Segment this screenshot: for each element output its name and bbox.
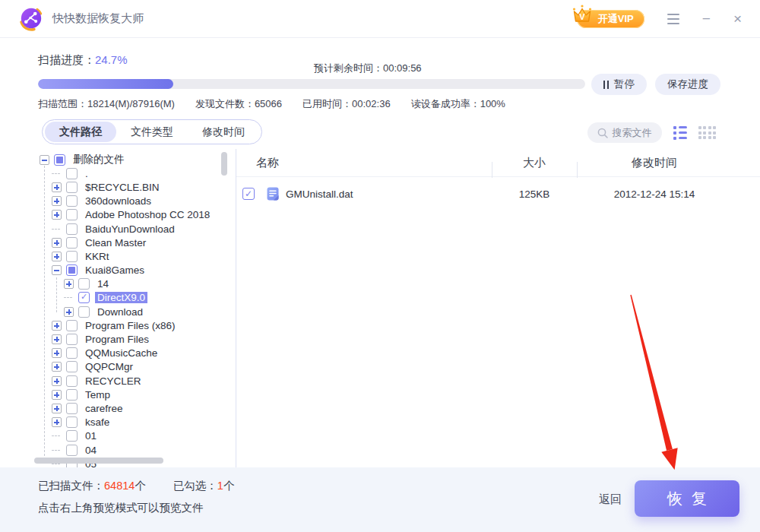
- tree-item[interactable]: KKRt: [0, 249, 228, 263]
- tree-item-label[interactable]: DirectX9.0: [95, 292, 147, 303]
- tree-horizontal-scrollbar[interactable]: [34, 458, 163, 464]
- tree-checkbox[interactable]: [78, 306, 90, 318]
- expand-icon[interactable]: [52, 362, 62, 372]
- back-button[interactable]: 返回: [599, 492, 622, 507]
- tree-item-label[interactable]: 删除的文件: [71, 153, 127, 166]
- tree-item-label[interactable]: 01: [83, 430, 99, 442]
- collapse-icon[interactable]: [52, 265, 62, 275]
- tree-checkbox[interactable]: [66, 223, 78, 235]
- grid-view-toggle[interactable]: [698, 126, 717, 139]
- tree-item[interactable]: 14: [0, 277, 228, 291]
- tree-item-label[interactable]: Program Files: [83, 334, 151, 345]
- tree-checkbox[interactable]: [66, 347, 78, 359]
- tree-item-label[interactable]: QQPCMgr: [83, 361, 135, 372]
- tree-item-label[interactable]: RECYCLER: [83, 375, 144, 387]
- close-button[interactable]: ×: [733, 11, 742, 26]
- column-header-name[interactable]: 名称: [236, 156, 492, 170]
- tree-item-label[interactable]: ksafe: [83, 416, 112, 428]
- tree-checkbox[interactable]: [66, 182, 78, 193]
- tree-item-label[interactable]: QQMusicCache: [83, 347, 160, 359]
- list-view-toggle[interactable]: [673, 126, 687, 140]
- tree-item[interactable]: carefree: [0, 401, 228, 415]
- column-header-size[interactable]: 大小: [492, 156, 577, 170]
- tree-checkbox[interactable]: [66, 445, 78, 456]
- tree-item[interactable]: BaiduYunDownload: [0, 222, 228, 236]
- expand-icon[interactable]: [52, 334, 62, 344]
- pause-button[interactable]: 暂停: [591, 74, 647, 95]
- tree-item-label[interactable]: KKRt: [83, 251, 112, 262]
- tree-item-label[interactable]: Clean Master: [83, 237, 148, 249]
- tree-item[interactable]: DirectX9.0: [0, 291, 228, 305]
- expand-icon[interactable]: [64, 279, 74, 289]
- tree-checkbox[interactable]: [66, 361, 78, 372]
- expand-icon[interactable]: [52, 196, 62, 206]
- tree-item[interactable]: Clean Master: [0, 236, 228, 249]
- tree-vertical-scrollbar[interactable]: [221, 152, 227, 176]
- tree-checkbox[interactable]: [66, 168, 78, 179]
- tree-item[interactable]: 01: [0, 429, 228, 443]
- expand-icon[interactable]: [52, 390, 62, 400]
- tree-item[interactable]: Kuai8Games: [0, 264, 228, 277]
- tree-item-label[interactable]: carefree: [83, 403, 125, 414]
- tree-checkbox[interactable]: [66, 209, 78, 220]
- tree-item[interactable]: 删除的文件: [0, 153, 228, 166]
- expand-icon[interactable]: [52, 182, 62, 192]
- tree-item-label[interactable]: 14: [95, 278, 111, 290]
- tab-modified-time[interactable]: 修改时间: [188, 122, 259, 142]
- tree-checkbox[interactable]: [66, 389, 78, 401]
- file-checkbox[interactable]: [242, 188, 255, 200]
- tree-item-label[interactable]: .: [83, 168, 90, 179]
- tree-item[interactable]: 360downloads: [0, 195, 228, 208]
- tree-checkbox[interactable]: [66, 416, 78, 428]
- collapse-icon[interactable]: [40, 155, 49, 165]
- minimize-button[interactable]: −: [702, 11, 711, 26]
- tree-checkbox[interactable]: [66, 403, 78, 414]
- tree-checkbox[interactable]: [78, 278, 90, 290]
- tree-item-label[interactable]: Temp: [83, 389, 112, 401]
- column-header-modified[interactable]: 修改时间: [577, 156, 759, 170]
- tree-item[interactable]: Program Files (x86): [0, 318, 228, 332]
- search-button[interactable]: 搜索文件: [587, 122, 662, 143]
- tree-item[interactable]: .: [0, 166, 228, 180]
- expand-icon[interactable]: [52, 252, 62, 261]
- save-progress-button[interactable]: 保存进度: [655, 74, 720, 95]
- tree-checkbox[interactable]: [66, 334, 78, 345]
- expand-icon[interactable]: [64, 307, 74, 317]
- tree-checkbox[interactable]: [66, 237, 78, 249]
- expand-icon[interactable]: [52, 404, 62, 413]
- tree-item[interactable]: QQMusicCache: [0, 347, 228, 360]
- tab-file-type[interactable]: 文件类型: [116, 122, 188, 142]
- tree-checkbox[interactable]: [66, 264, 78, 276]
- tree-item[interactable]: ksafe: [0, 416, 228, 429]
- tree-item[interactable]: Temp: [0, 388, 228, 401]
- tree-checkbox[interactable]: [66, 430, 78, 442]
- expand-icon[interactable]: [52, 210, 62, 220]
- tree-checkbox[interactable]: [66, 320, 78, 331]
- expand-icon[interactable]: [52, 348, 62, 358]
- tree-checkbox[interactable]: [78, 292, 90, 303]
- tree-item[interactable]: Download: [0, 305, 228, 318]
- expand-icon[interactable]: [52, 417, 62, 427]
- recover-button[interactable]: 恢复: [635, 480, 739, 517]
- expand-icon[interactable]: [52, 321, 62, 331]
- tree-item[interactable]: $RECYCLE.BIN: [0, 180, 228, 194]
- tree-item[interactable]: RECYCLER: [0, 374, 228, 388]
- tree-item[interactable]: QQPCMgr: [0, 360, 228, 374]
- expand-icon[interactable]: [52, 238, 62, 248]
- tree-item-label[interactable]: 04: [83, 445, 99, 456]
- tree-item-label[interactable]: Download: [95, 306, 145, 318]
- tree-checkbox[interactable]: [66, 251, 78, 262]
- tree-item-label[interactable]: Program Files (x86): [83, 320, 178, 331]
- tree-item-label[interactable]: $RECYCLE.BIN: [83, 182, 162, 193]
- tree-checkbox[interactable]: [54, 154, 65, 166]
- tree-item-label[interactable]: Kuai8Games: [83, 264, 147, 276]
- tree-item-label[interactable]: Adobe Photoshop CC 2018: [83, 209, 212, 220]
- file-row[interactable]: GMUnistall.dat 125KB 2012-12-24 15:14: [236, 182, 760, 205]
- tree-checkbox[interactable]: [66, 195, 78, 207]
- tree-item[interactable]: Program Files: [0, 332, 228, 346]
- menu-icon[interactable]: [667, 14, 679, 24]
- tree-item-label[interactable]: 360downloads: [83, 195, 154, 207]
- tree-item[interactable]: 04: [0, 443, 228, 457]
- tab-file-path[interactable]: 文件路径: [45, 122, 116, 142]
- vip-button[interactable]: V 开通VIP: [577, 10, 644, 28]
